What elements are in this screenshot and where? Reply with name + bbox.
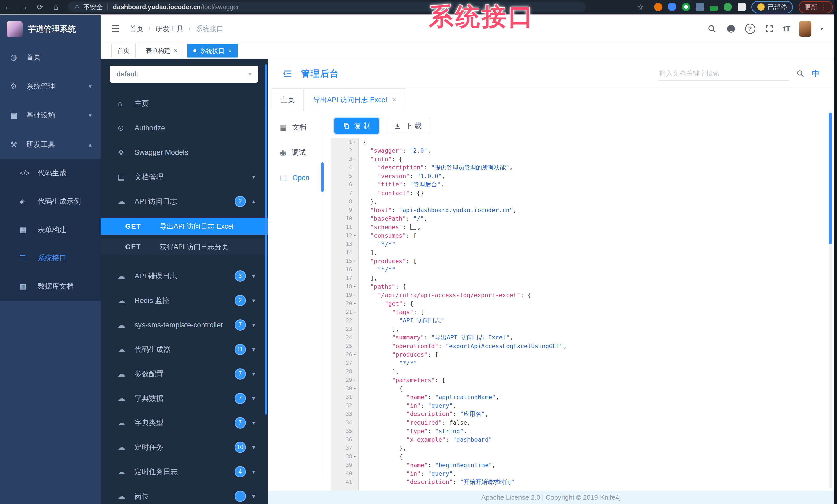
breadcrumb-item[interactable]: 研发工具 [156,24,183,34]
fold-toggle-icon[interactable]: ▾ [352,233,357,238]
swagger-nav-scrollbar[interactable] [265,64,267,415]
doc-search-icon[interactable] [796,70,804,78]
json-key: "description" [377,164,424,171]
language-toggle-icon[interactable]: 中 [812,69,819,79]
code-editor: 1▾{2"swagger": "2.0",3▾"info": {4"descri… [331,138,829,491]
fullscreen-icon[interactable] [764,24,774,34]
swagger-nav-label: 代码生成器 [135,344,234,354]
fold-toggle-icon[interactable]: ▾ [352,386,357,391]
swagger-operation[interactable]: GET获得API 访问日志分页 [101,239,268,255]
swagger-nav-item[interactable]: ☁岗位▾ [101,484,268,504]
sidebar-item[interactable]: ◍首页 [0,42,101,72]
fold-toggle-icon[interactable]: ▾ [352,293,357,297]
json-punctuation: : [406,215,413,222]
swagger-operations: GET导出API 访问日志 ExcelGET获得API 访问日志分页 [101,218,268,255]
kebab-menu-icon[interactable]: ⋮ [820,3,827,11]
extension-icon-blue-drop[interactable] [668,3,676,11]
fold-toggle-icon[interactable]: ▾ [352,157,357,162]
side-tab-open[interactable]: ▢Open [268,165,323,190]
sidebar-item[interactable]: ⚒研发工具▴ [0,130,101,159]
fold-toggle-icon[interactable]: ▾ [352,284,357,289]
swagger-nav-item[interactable]: ▤文档管理▾ [101,165,268,189]
swagger-nav-item[interactable]: ☁定时任务10▾ [101,435,268,460]
side-tab-文档[interactable]: ▤文档 [268,115,323,140]
github-icon[interactable] [726,24,736,34]
extension-icon-grid[interactable] [696,3,704,11]
help-icon[interactable]: ? [745,24,755,34]
swagger-nav-item[interactable]: ☁代码生成器11▾ [101,337,268,361]
swagger-nav-item[interactable]: ☁定时任务日志4▾ [101,460,268,484]
swagger-nav-item[interactable]: ⊙Authorize [101,116,268,140]
fold-toggle-icon[interactable]: ▾ [352,378,357,382]
shield-icon: ◈ [20,197,38,206]
doc-search-input[interactable] [658,67,789,81]
tag-item[interactable]: 首页 [111,44,136,57]
swagger-operation[interactable]: GET导出API 访问日志 Excel [101,218,268,235]
tag-item[interactable]: 表单构建× [140,44,183,57]
extension-icon-green[interactable] [724,3,732,11]
browser-home-icon[interactable]: ⌂ [48,3,64,11]
swagger-nav-item[interactable]: ☁字典类型7▾ [101,411,268,435]
update-pill[interactable]: 更新 ⋮ [799,1,833,13]
download-button[interactable]: 下 载 [386,118,430,134]
copy-button[interactable]: 复 制 [335,118,379,134]
browser-forward-icon[interactable]: → [16,3,32,11]
sidebar-subitem[interactable]: ▦表单构建 [0,216,101,244]
json-key: "/api/infra/api-access-log/export-excel" [377,292,520,298]
sidebar-item[interactable]: ⚙系统管理▾ [0,72,101,101]
fold-toggle-icon[interactable]: ▾ [352,352,357,357]
search-icon[interactable] [707,24,717,34]
swagger-nav-item[interactable]: ☁API 错误日志3▾ [101,264,268,288]
avatar-caret-icon[interactable]: ▾ [820,25,823,32]
cloud-icon: ☁ [118,443,130,452]
sidebar-subitem[interactable]: ☰系统接口 [0,244,101,272]
json-punctuation: }, [370,198,377,205]
group-select[interactable]: default ▾ [110,66,258,83]
doc-tab[interactable]: 导出API 访问日志 Excel× [304,88,405,111]
doc-tab-close-icon[interactable]: × [392,96,396,104]
fold-toggle-icon[interactable]: ▾ [352,454,357,459]
user-avatar[interactable] [799,21,812,37]
bookmark-star-icon[interactable]: ☆ [633,3,648,12]
doc-tab[interactable]: 主页 [272,88,304,111]
fold-toggle-icon[interactable]: ▾ [352,310,357,315]
tag-close-icon[interactable]: × [174,48,177,54]
sidebar-subitem-label: 代码生成示例 [38,197,81,206]
swagger-nav-item[interactable]: ⌂主页 [101,91,268,116]
swagger-nav-item[interactable]: ❖Swagger Models [101,140,268,165]
breadcrumb-separator: / [189,25,191,33]
sidebar-subitem[interactable]: ◈代码生成示例 [0,187,101,216]
collapse-icon[interactable] [282,68,293,79]
swagger-nav-item[interactable]: ☁参数配置7▾ [101,361,268,386]
sidebar-item[interactable]: ▤基础设施▾ [0,101,101,130]
extension-icon-orange[interactable] [654,3,662,11]
tag-active[interactable]: 系统接口× [188,44,237,57]
fold-toggle-icon[interactable]: ▾ [352,140,357,145]
paused-pill[interactable]: 已暂停 [751,1,793,13]
browser-back-icon[interactable]: ← [0,3,16,11]
code-scrollbar-thumb[interactable] [829,113,832,244]
fold-toggle-icon[interactable]: ▾ [352,301,357,306]
side-tab-调试[interactable]: ◉调试 [268,140,323,165]
font-size-icon[interactable]: tT [783,24,790,33]
face-emoji-icon [758,3,765,11]
url-path: /tool/swagger [201,3,239,11]
sidebar-subitem[interactable]: </>代码生成 [0,159,101,187]
swagger-nav-item[interactable]: ☁Redis 监控2▾ [101,288,268,313]
breadcrumb-item[interactable]: 首页 [129,24,143,34]
fold-toggle-icon[interactable]: ▾ [352,259,357,263]
browser-reload-icon[interactable]: ⟳ [32,3,48,12]
hamburger-icon[interactable]: ☰ [111,23,120,34]
extension-icon-6h[interactable] [710,3,718,11]
extension-icon-green-ring[interactable] [682,3,690,11]
extension-icon-puzzle[interactable] [737,3,746,11]
sidebar-subitem[interactable]: ▥数据库文档 [0,272,101,301]
doc-icon: ▤ [280,123,287,132]
cloud-icon: ☁ [118,197,130,206]
swagger-nav-item[interactable]: ☁sys-sms-template-controller7▾ [101,313,268,337]
swagger-nav-item[interactable]: ☁API 访问日志2▴ [101,189,268,213]
tag-close-icon[interactable]: × [228,48,232,54]
line-number: 27 [331,360,358,366]
swagger-nav-item[interactable]: ☁字典数据7▾ [101,386,268,411]
line-number-value: 22 [346,318,352,324]
